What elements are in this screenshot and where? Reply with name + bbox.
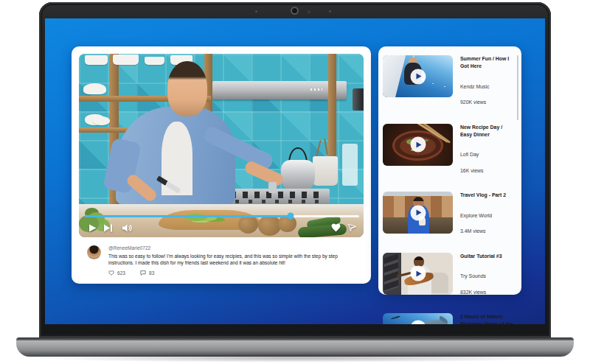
video-thumbnail[interactable] bbox=[383, 313, 453, 324]
stove-knobs bbox=[235, 200, 322, 203]
video-title[interactable]: 2 Hours of Nature Stunning Views of the … bbox=[460, 313, 516, 324]
comment-meta: 623 83 bbox=[108, 270, 362, 276]
channel-name[interactable]: Kendz Music bbox=[460, 83, 516, 91]
video-meta: Lofi Day 16K views bbox=[460, 144, 516, 183]
comment-item: @ReneeMarie0722 This was so easy to foll… bbox=[87, 245, 362, 276]
play-overlay-icon[interactable] bbox=[410, 266, 426, 281]
utensil-crock bbox=[313, 156, 339, 186]
video-meta: Kendz Music 920K views bbox=[460, 75, 516, 115]
video-player[interactable] bbox=[79, 54, 364, 237]
video-thumbnail[interactable] bbox=[383, 55, 453, 97]
dish bbox=[93, 116, 110, 125]
suggestion-item[interactable]: New Recipe Day / Easy Dinner Lofi Day 16… bbox=[383, 124, 516, 183]
suggestion-text: Travel Vlog - Part 2 Explore World 3.4M … bbox=[460, 192, 516, 244]
like-button[interactable] bbox=[330, 223, 341, 233]
play-overlay-icon[interactable] bbox=[410, 205, 426, 220]
progress-bar[interactable] bbox=[85, 215, 359, 218]
laptop-shadow bbox=[33, 354, 557, 363]
desktop-wallpaper: @ReneeMarie0722 This was so easy to foll… bbox=[45, 18, 545, 324]
volume-button[interactable] bbox=[121, 223, 133, 233]
webcam bbox=[291, 7, 299, 15]
progress-fill bbox=[85, 215, 291, 218]
channel-name[interactable]: Lofi Day bbox=[460, 151, 516, 159]
diver-art bbox=[391, 315, 400, 320]
video-thumbnail[interactable] bbox=[383, 253, 453, 295]
mic-dot-left bbox=[255, 10, 257, 13]
video-thumbnail[interactable] bbox=[383, 124, 453, 166]
comment-text: This was so easy to follow! I'm always l… bbox=[108, 253, 362, 267]
like-count[interactable]: 623 bbox=[117, 270, 125, 276]
comment-body: @ReneeMarie0722 This was so easy to foll… bbox=[108, 245, 362, 276]
laptop-lid: @ReneeMarie0722 This was so easy to foll… bbox=[39, 2, 551, 337]
suggestion-text: Summer Fun / How I Got Here Kendz Music … bbox=[460, 55, 516, 115]
commenter-username[interactable]: @ReneeMarie0722 bbox=[108, 245, 362, 251]
wrist-watch bbox=[268, 182, 277, 193]
suggestion-item[interactable]: Travel Vlog - Part 2 Explore World 3.4M … bbox=[383, 192, 516, 244]
video-title[interactable]: Guitar Tutorial #3 bbox=[460, 253, 516, 260]
potato bbox=[238, 215, 258, 234]
range-hood bbox=[212, 81, 346, 99]
stairs-art bbox=[384, 253, 398, 292]
suggestion-list: Summer Fun / How I Got Here Kendz Music … bbox=[383, 55, 516, 324]
video-meta: Explore World 3.4M views bbox=[460, 204, 516, 244]
dish bbox=[85, 55, 108, 64]
dish bbox=[113, 55, 139, 65]
hinge-seam bbox=[16, 337, 574, 340]
play-overlay-icon[interactable] bbox=[410, 137, 426, 153]
chef-head bbox=[167, 61, 207, 116]
scrollbar[interactable] bbox=[517, 55, 518, 120]
paper-plane-icon bbox=[347, 223, 357, 232]
view-count: 832K views bbox=[460, 289, 516, 297]
video-title[interactable]: Travel Vlog - Part 2 bbox=[460, 192, 516, 199]
channel-name[interactable]: Explore World bbox=[460, 212, 516, 220]
camera-sensor bbox=[308, 10, 310, 13]
volume-icon bbox=[122, 224, 132, 232]
view-count: 920K views bbox=[460, 99, 516, 107]
video-card: @ReneeMarie0722 This was so easy to foll… bbox=[72, 46, 371, 284]
up-next-panel: Summer Fun / How I Got Here Kendz Music … bbox=[378, 46, 521, 295]
share-button[interactable] bbox=[346, 223, 358, 233]
hood-controls bbox=[310, 88, 322, 91]
suggestion-text: 2 Hours of Nature Stunning Views of the … bbox=[460, 313, 516, 324]
play-overlay-icon[interactable] bbox=[410, 69, 426, 84]
sail-art bbox=[383, 55, 406, 97]
suggestion-item[interactable]: 2 Hours of Nature Stunning Views of the … bbox=[383, 313, 516, 324]
mic-dot-right bbox=[329, 10, 331, 13]
play-button[interactable] bbox=[86, 223, 98, 233]
next-track-icon bbox=[104, 224, 113, 232]
suggestion-text: New Recipe Day / Easy Dinner Lofi Day 16… bbox=[460, 124, 516, 183]
gas-stove bbox=[227, 189, 330, 205]
suggestion-item[interactable]: Summer Fun / How I Got Here Kendz Music … bbox=[383, 55, 516, 115]
view-count: 16K views bbox=[460, 167, 516, 175]
stove-grates bbox=[231, 192, 325, 198]
progress-handle[interactable] bbox=[288, 213, 294, 220]
video-title[interactable]: Summer Fun / How I Got Here bbox=[460, 55, 516, 70]
video-thumbnail[interactable] bbox=[383, 192, 453, 234]
commenter-avatar[interactable] bbox=[87, 245, 101, 259]
reply-count-icon[interactable] bbox=[140, 270, 146, 276]
video-title[interactable]: New Recipe Day / Easy Dinner bbox=[460, 124, 516, 139]
heart-icon bbox=[331, 223, 341, 232]
play-icon bbox=[88, 224, 97, 232]
suggestion-item[interactable]: Guitar Tutorial #3 Try Sounds 832K views bbox=[383, 253, 516, 305]
reply-count[interactable]: 83 bbox=[149, 270, 154, 276]
laptop-mockup: @ReneeMarie0722 This was so easy to foll… bbox=[0, 0, 590, 364]
glass-jar bbox=[342, 144, 358, 186]
dish bbox=[83, 83, 106, 94]
channel-name[interactable]: Try Sounds bbox=[460, 273, 516, 281]
next-button[interactable] bbox=[103, 223, 114, 233]
video-meta: Try Sounds 832K views bbox=[460, 265, 516, 305]
view-count: 3.4M views bbox=[460, 228, 516, 236]
like-count-icon[interactable] bbox=[108, 270, 114, 276]
thermos bbox=[353, 88, 364, 111]
dish bbox=[145, 57, 164, 65]
suggestion-text: Guitar Tutorial #3 Try Sounds 832K views bbox=[460, 253, 516, 305]
